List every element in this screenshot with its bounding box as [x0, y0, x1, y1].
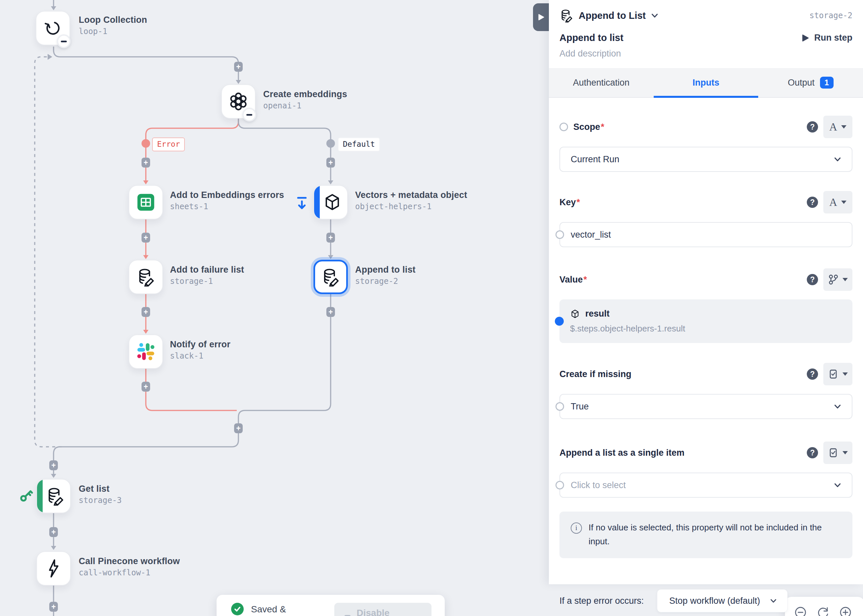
field-type-selector[interactable]: A — [823, 191, 852, 214]
field-type-selector[interactable] — [823, 363, 852, 385]
branch-type-icon — [828, 274, 839, 285]
storage-edit-icon — [46, 486, 65, 506]
node-label-object-helpers: Vectors + metadata object object-helpers… — [355, 190, 467, 211]
mapping-port-icon[interactable] — [556, 230, 564, 239]
default-branch-dot — [326, 139, 335, 148]
append-single-select[interactable]: Click to select — [559, 473, 852, 498]
help-icon[interactable]: ? — [807, 368, 818, 380]
workflow-canvas[interactable]: Loop Collection loop-1 Create embeddings… — [0, 0, 549, 616]
node-label-sheets: Add to Embeddings errors sheets-1 — [170, 190, 284, 211]
mapping-port-icon[interactable] — [556, 481, 564, 489]
field-type-selector[interactable]: A — [823, 116, 852, 138]
help-icon[interactable]: ? — [807, 447, 818, 458]
field-scope: Scope * ? A Current Run — [559, 116, 852, 172]
value-label: Value — [559, 275, 583, 285]
pull-down-icon[interactable] — [296, 196, 308, 210]
node-storage-3[interactable] — [36, 479, 71, 513]
tab-inputs[interactable]: Inputs — [654, 68, 759, 97]
node-label-openai: Create embeddings openai-1 — [263, 89, 347, 110]
loop-icon — [43, 19, 63, 38]
run-step-button[interactable]: Run step — [802, 33, 852, 43]
caret-down-icon — [841, 201, 846, 204]
key-icon — [19, 488, 34, 503]
step-type-title[interactable]: Append to List — [579, 10, 646, 21]
collapse-openai-button[interactable] — [243, 108, 256, 122]
add-step-button[interactable]: + — [142, 307, 150, 317]
collapse-loop-button[interactable] — [57, 35, 71, 48]
node-label-loop: Loop Collection loop-1 — [79, 15, 147, 36]
disable-workflow-button[interactable]: Disable workflow — [334, 603, 432, 616]
default-branch-label[interactable]: Default — [338, 137, 380, 151]
tab-output-label: Output — [787, 78, 814, 88]
add-step-button[interactable]: + — [326, 233, 335, 242]
scope-value: Current Run — [571, 154, 619, 165]
mapping-port-icon[interactable] — [556, 402, 564, 411]
panel-collapse-button[interactable] — [533, 3, 549, 31]
node-call-workflow[interactable] — [36, 551, 71, 586]
checkbox-type-icon — [828, 448, 839, 458]
step-config-panel: Append to List storage-2 Append to list … — [549, 0, 863, 584]
minus-icon — [246, 114, 252, 116]
add-description-field[interactable]: Add description — [559, 49, 852, 59]
scope-select[interactable]: Current Run — [559, 147, 852, 172]
required-asterisk: * — [601, 122, 605, 132]
add-step-button[interactable]: + — [234, 423, 243, 433]
mapping-port-icon[interactable] — [559, 123, 568, 131]
value-chip-title: result — [585, 309, 610, 319]
run-step-label: Run step — [814, 33, 852, 43]
create-if-missing-select[interactable]: True — [559, 394, 852, 419]
add-step-button[interactable]: + — [326, 158, 335, 168]
node-object-helpers[interactable] — [313, 185, 348, 220]
add-step-button[interactable]: + — [49, 527, 58, 537]
workflow-status-bar: Saved & enabled Disable workflow — [217, 595, 445, 616]
chevron-down-icon[interactable] — [650, 11, 659, 20]
play-right-icon — [538, 14, 544, 20]
node-label-call-workflow: Call Pinecone workflow call-workflow-1 — [79, 556, 180, 577]
step-name[interactable]: Append to list — [559, 32, 623, 43]
output-count-badge: 1 — [820, 77, 833, 88]
checkbox-type-icon — [828, 369, 839, 379]
storage-edit-icon — [559, 9, 573, 22]
help-icon[interactable]: ? — [807, 121, 818, 132]
text-type-icon: A — [829, 196, 837, 209]
mapped-port-icon[interactable] — [555, 317, 564, 326]
google-sheets-icon — [136, 193, 155, 212]
caret-down-icon — [841, 125, 846, 129]
value-mapping-card[interactable]: result $.steps.object-helpers-1.result — [559, 299, 852, 343]
node-storage-1[interactable] — [129, 260, 163, 294]
required-asterisk: * — [584, 275, 587, 285]
node-slack[interactable] — [129, 335, 163, 369]
play-icon — [802, 35, 809, 42]
add-step-button[interactable]: + — [49, 460, 58, 470]
workflow-status-text: Saved & enabled — [251, 603, 313, 616]
step-id: storage-2 — [809, 11, 852, 20]
text-type-icon: A — [829, 121, 837, 133]
tab-authentication[interactable]: Authentication — [549, 68, 654, 97]
disable-workflow-label: Disable workflow — [357, 608, 422, 616]
add-step-button[interactable]: + — [326, 307, 335, 317]
add-step-button[interactable]: + — [142, 233, 150, 242]
required-asterisk: * — [576, 197, 580, 207]
field-type-selector[interactable] — [823, 268, 852, 291]
info-note-text: If no value is selected, this property w… — [589, 521, 841, 548]
help-icon[interactable]: ? — [807, 274, 818, 285]
caret-down-icon — [843, 278, 848, 281]
key-label: Key — [559, 197, 576, 207]
key-input[interactable]: vector_list — [559, 222, 852, 247]
add-step-button[interactable]: + — [142, 158, 150, 168]
caret-down-icon — [843, 372, 848, 376]
node-sheets[interactable] — [129, 185, 163, 220]
add-step-button[interactable]: + — [49, 602, 58, 612]
check-circle-icon — [231, 603, 244, 615]
step-error-select[interactable]: Stop workflow (default) — [657, 589, 787, 612]
add-step-button[interactable]: + — [142, 382, 150, 391]
error-branch-label[interactable]: Error — [152, 137, 185, 151]
step-error-row: If a step error occurs: Stop workflow (d… — [559, 589, 852, 612]
node-storage-2-selected[interactable] — [313, 260, 348, 294]
slack-icon — [136, 342, 155, 361]
field-type-selector[interactable] — [823, 442, 852, 464]
tab-output[interactable]: Output 1 — [758, 68, 863, 97]
scope-label: Scope — [573, 122, 600, 132]
add-step-button[interactable]: + — [234, 62, 243, 72]
help-icon[interactable]: ? — [807, 196, 818, 208]
